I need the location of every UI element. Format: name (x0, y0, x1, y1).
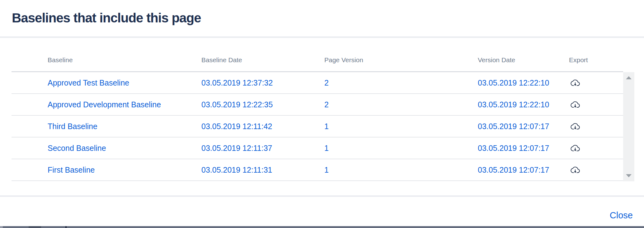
version-date-link[interactable]: 03.05.2019 12:22:10 (478, 94, 549, 115)
baseline-link[interactable]: Approved Test Baseline (48, 72, 129, 93)
table-row: Third Baseline 03.05.2019 12:11:42 1 03.… (0, 116, 623, 137)
version-date-link[interactable]: 03.05.2019 12:22:10 (478, 72, 549, 93)
baseline-link[interactable]: Second Baseline (48, 137, 106, 159)
underlying-page-segment (65, 226, 67, 228)
close-button[interactable]: Close (610, 210, 633, 221)
underlying-page-edge (0, 226, 644, 228)
baseline-date-link[interactable]: 03.05.2019 12:11:42 (201, 116, 272, 137)
table-scrollbar[interactable] (623, 72, 634, 181)
underlying-page-segment (29, 226, 41, 228)
cloud-download-icon[interactable] (570, 100, 580, 109)
title-divider (0, 36, 644, 38)
cloud-download-icon[interactable] (570, 78, 580, 88)
baselines-dialog: Baselines that include this page Baselin… (0, 0, 644, 228)
export-cell (570, 72, 580, 93)
column-header-export: Export (569, 52, 588, 68)
page-version-link[interactable]: 2 (324, 94, 329, 115)
table-row: Second Baseline 03.05.2019 12:11:37 1 03… (0, 137, 623, 159)
table-header-row: Baseline Baseline Date Page Version Vers… (0, 52, 623, 68)
table-row: Approved Development Baseline 03.05.2019… (0, 94, 623, 116)
baseline-link[interactable]: Approved Development Baseline (48, 94, 161, 115)
version-date-link[interactable]: 03.05.2019 12:07:17 (478, 159, 549, 180)
table-row: First Baseline 03.05.2019 12:11:31 1 03.… (0, 159, 623, 181)
baselines-table: Approved Test Baseline 03.05.2019 12:37:… (0, 72, 623, 181)
triangle-up-icon[interactable] (626, 76, 632, 79)
baseline-date-link[interactable]: 03.05.2019 12:22:35 (201, 94, 273, 115)
page-version-link[interactable]: 2 (324, 72, 329, 93)
version-date-link[interactable]: 03.05.2019 12:07:17 (478, 116, 549, 137)
page-version-link[interactable]: 1 (324, 137, 329, 159)
export-cell (570, 137, 580, 159)
table-row: Approved Test Baseline 03.05.2019 12:37:… (0, 72, 623, 94)
column-header-version-date: Version Date (478, 52, 515, 68)
export-cell (570, 116, 580, 137)
baseline-date-link[interactable]: 03.05.2019 12:37:32 (201, 72, 273, 93)
baseline-date-link[interactable]: 03.05.2019 12:11:37 (201, 137, 272, 159)
cloud-download-icon[interactable] (570, 165, 580, 175)
cloud-download-icon[interactable] (570, 143, 580, 153)
baseline-link[interactable]: Third Baseline (48, 116, 97, 137)
dialog-title: Baselines that include this page (12, 11, 201, 26)
export-cell (570, 94, 580, 115)
cloud-download-icon[interactable] (570, 121, 580, 131)
column-header-baseline: Baseline (48, 52, 73, 68)
baseline-link[interactable]: First Baseline (48, 159, 95, 180)
footer-divider (0, 195, 644, 197)
triangle-down-icon[interactable] (626, 174, 632, 177)
underlying-page-segment (0, 226, 3, 228)
column-header-baseline-date: Baseline Date (201, 52, 242, 68)
column-header-page-version: Page Version (324, 52, 363, 68)
baseline-date-link[interactable]: 03.05.2019 12:11:31 (201, 159, 272, 180)
version-date-link[interactable]: 03.05.2019 12:07:17 (478, 137, 549, 159)
export-cell (570, 159, 580, 180)
page-version-link[interactable]: 1 (324, 159, 329, 180)
page-version-link[interactable]: 1 (324, 116, 329, 137)
